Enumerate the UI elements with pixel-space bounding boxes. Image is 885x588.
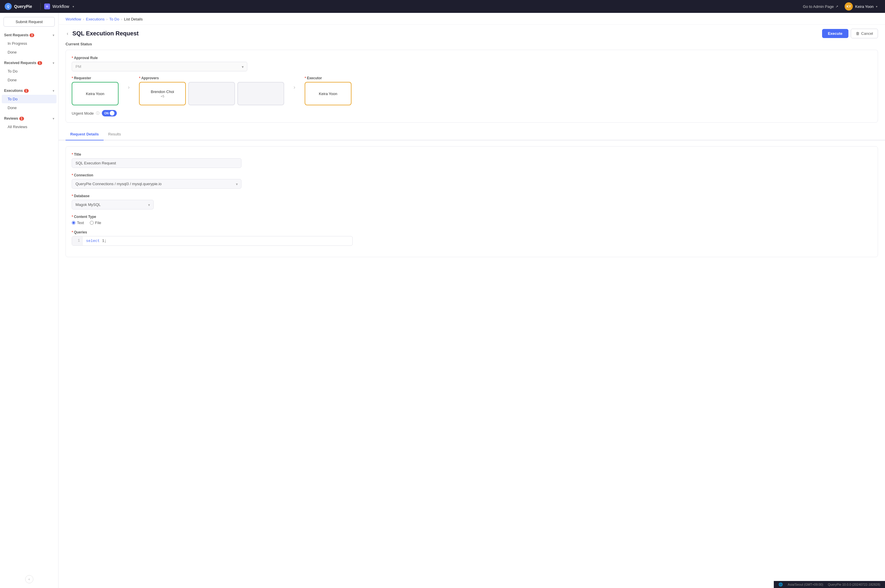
execute-label: Execute <box>828 31 843 36</box>
breadcrumb-sep-3: › <box>121 17 122 21</box>
urgent-mode-label: Urgent Mode <box>72 111 94 116</box>
submit-request-label: Submit Request <box>15 20 43 24</box>
query-line-content-1[interactable]: select 1; <box>83 236 110 246</box>
user-chevron-icon: ▾ <box>876 5 877 8</box>
executor-label: * Executor <box>305 76 352 80</box>
admin-page-button[interactable]: Go to Admin Page ↗ <box>799 3 842 10</box>
sidebar-item-sent-done[interactable]: Done <box>2 48 57 57</box>
footer-bar: 🌐 Asia/Seoul (GMT+09:00) QueryPie 10.0.0… <box>774 581 885 588</box>
executions-header[interactable]: Executions 1 ▾ <box>0 86 58 94</box>
module-chevron: ▾ <box>72 5 74 8</box>
trash-icon: 🗑 <box>856 31 859 36</box>
queries-field-group: * Queries 1 select 1; <box>72 230 872 246</box>
avatar-initials: KY <box>846 4 851 8</box>
query-content-rest: 1; <box>102 239 107 243</box>
breadcrumb-todo[interactable]: To Do <box>110 17 119 21</box>
main-content: Workflow › Executions › To Do › List Det… <box>59 13 885 588</box>
urgent-mode-toggle[interactable]: ON <box>102 110 117 116</box>
requester-label: * Requester <box>72 76 119 80</box>
tabs-row: Request Details Results <box>59 128 885 140</box>
queries-field-label: * Queries <box>72 230 872 234</box>
top-nav: Q QueryPie ⊞ Workflow ▾ Go to Admin Page… <box>0 0 885 13</box>
database-select-wrap: Magok MySQL ▾ <box>72 200 154 210</box>
radio-file[interactable]: File <box>90 220 101 225</box>
radio-text-input[interactable] <box>72 221 75 225</box>
received-requests-label: Received Requests <box>4 61 36 65</box>
execute-button[interactable]: Execute <box>822 29 848 38</box>
urgent-mode-on-label: ON <box>104 112 108 115</box>
cancel-button[interactable]: 🗑 Cancel <box>851 28 878 38</box>
cancel-label: Cancel <box>861 31 873 36</box>
database-field-label: * Database <box>72 194 872 198</box>
radio-file-input[interactable] <box>90 221 94 225</box>
received-requests-badge: 1 <box>38 61 42 65</box>
sidebar-collapse-button[interactable]: ‹ <box>25 575 33 584</box>
radio-text[interactable]: Text <box>72 220 84 225</box>
app-logo[interactable]: Q QueryPie <box>5 3 37 10</box>
status-section: Current Status * Approval Rule PM ▾ <box>59 42 885 127</box>
toggle-thumb <box>110 111 114 116</box>
content-type-radio-group: Text File <box>72 220 872 225</box>
query-line-1: 1 select 1; <box>72 236 352 246</box>
page-header-left: ‹ SQL Execution Request <box>66 30 139 38</box>
in-progress-label: In Progress <box>8 41 27 46</box>
admin-page-label: Go to Admin Page <box>803 4 834 9</box>
connection-select[interactable]: QueryPie Connections / mysql3 / mysql.qu… <box>72 179 242 189</box>
breadcrumb-todo-link[interactable]: To Do <box>110 17 119 21</box>
globe-icon: 🌐 <box>778 582 783 586</box>
urgent-mode-row: Urgent Mode ⓘ ON <box>72 110 872 116</box>
requester-group: * Requester Keira Yoon <box>72 76 119 105</box>
sidebar-item-executions-done[interactable]: Done <box>2 104 57 112</box>
tab-results[interactable]: Results <box>104 128 126 140</box>
database-field-group: * Database Magok MySQL ▾ <box>72 194 872 210</box>
executor-group: * Executor Keira Yoon <box>305 76 352 105</box>
reviews-badge: 1 <box>19 117 24 120</box>
breadcrumb-executions[interactable]: Executions <box>86 17 105 21</box>
avatar: KY <box>844 2 853 10</box>
submit-request-button[interactable]: Submit Request <box>3 17 55 27</box>
arrow-right-icon-1: › <box>126 84 132 90</box>
connection-select-wrap: QueryPie Connections / mysql3 / mysql.qu… <box>72 179 242 189</box>
sidebar: Submit Request Sent Requests 3 ▾ In Prog… <box>0 13 59 588</box>
sidebar-item-all-reviews[interactable]: All Reviews <box>2 123 57 131</box>
query-editor[interactable]: 1 select 1; <box>72 236 353 246</box>
title-input[interactable] <box>72 158 242 168</box>
executor-name: Keira Yoon <box>319 92 337 96</box>
module-name: Workflow <box>53 4 69 9</box>
sidebar-item-received-done[interactable]: Done <box>2 76 57 84</box>
approval-rule-label: * Approval Rule <box>72 56 872 60</box>
received-requests-chevron-icon: ▾ <box>53 62 54 64</box>
sidebar-item-executions-todo[interactable]: To Do <box>2 95 57 103</box>
query-line-num-1: 1 <box>72 236 83 246</box>
tab-request-details[interactable]: Request Details <box>66 128 104 140</box>
database-select[interactable]: Magok MySQL <box>72 200 154 210</box>
connection-field-group: * Connection QueryPie Connections / mysq… <box>72 173 872 189</box>
sent-requests-section: Sent Requests 3 ▾ In Progress Done <box>0 30 58 58</box>
nav-module[interactable]: ⊞ Workflow ▾ <box>44 3 74 9</box>
user-menu[interactable]: KY Keira Yoon ▾ <box>842 1 880 12</box>
sidebar-item-received-todo[interactable]: To Do <box>2 67 57 75</box>
approval-rule-group: * Approval Rule PM ▾ <box>72 56 872 71</box>
approval-rule-select-wrap: PM ▾ <box>72 62 247 71</box>
sent-requests-chevron-icon: ▾ <box>53 34 54 37</box>
executions-todo-label: To Do <box>8 97 18 101</box>
back-button[interactable]: ‹ <box>66 30 69 38</box>
connection-field-label: * Connection <box>72 173 872 177</box>
approvers-nodes: Brendon Choi +5 <box>139 82 284 105</box>
approver-node-1: Brendon Choi +5 <box>139 82 186 105</box>
breadcrumb-workflow[interactable]: Workflow <box>66 17 81 21</box>
sidebar-item-in-progress[interactable]: In Progress <box>2 39 57 48</box>
breadcrumb-executions-link[interactable]: Executions <box>86 17 105 21</box>
breadcrumb-workflow-link[interactable]: Workflow <box>66 17 81 21</box>
info-icon: ⓘ <box>96 111 99 116</box>
tab-results-label: Results <box>108 132 121 136</box>
reviews-header[interactable]: Reviews 1 ▾ <box>0 114 58 122</box>
sent-requests-header[interactable]: Sent Requests 3 ▾ <box>0 30 58 39</box>
footer-timezone: Asia/Seoul (GMT+09:00) <box>787 583 823 586</box>
breadcrumb: Workflow › Executions › To Do › List Det… <box>59 13 885 25</box>
reviews-label: Reviews <box>4 116 18 120</box>
approval-rule-select[interactable]: PM <box>72 62 247 71</box>
workflow-row: * Requester Keira Yoon › * <box>72 76 872 105</box>
received-requests-header[interactable]: Received Requests 1 ▾ <box>0 58 58 67</box>
page-actions: Execute 🗑 Cancel <box>822 28 878 38</box>
